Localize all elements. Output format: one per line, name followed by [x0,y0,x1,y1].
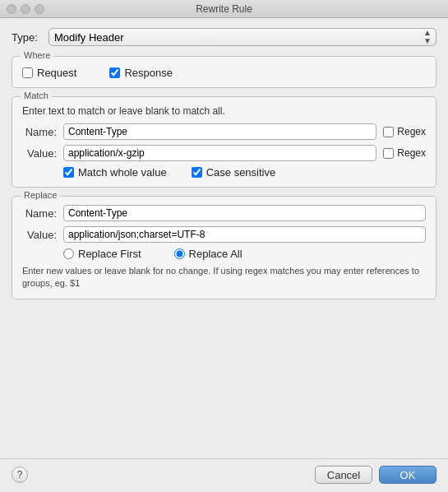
response-checkbox[interactable] [109,67,120,78]
close-button[interactable] [7,4,16,14]
title-bar: Rewrite Rule [0,0,448,18]
minimize-button[interactable] [21,4,30,14]
match-name-input[interactable] [63,123,376,140]
cancel-button[interactable]: Cancel [315,466,372,484]
replace-note: Enter new values or leave blank for no c… [22,265,426,290]
match-group-label: Match [21,91,52,100]
type-select-wrapper: Modify Header Modify Body Redirect ▲▼ [48,28,436,46]
response-label: Response [124,67,173,79]
replace-radio-row: Replace First Replace All [22,248,426,260]
match-whole-value-text: Match whole value [78,166,167,179]
case-sensitive-checkbox[interactable] [192,167,202,178]
match-value-regex: Regex [383,147,426,159]
match-whole-value-label[interactable]: Match whole value [63,166,167,179]
dialog-content: Type: Modify Header Modify Body Redirect… [0,18,448,458]
replace-first-text: Replace First [78,248,141,260]
replace-all-label[interactable]: Replace All [174,248,242,260]
type-select[interactable]: Modify Header Modify Body Redirect [48,28,436,46]
match-value-label: Value: [22,147,57,160]
help-button[interactable]: ? [12,466,28,483]
replace-group-label: Replace [21,190,60,200]
button-group: Cancel OK [315,466,436,484]
traffic-lights [7,4,44,14]
request-label: Request [37,67,76,79]
replace-group: Replace Name: Value: Replace First Repla… [12,196,436,299]
where-group: Where Request Response [12,56,436,88]
replace-name-row: Name: [22,205,426,221]
replace-name-label: Name: [22,207,57,220]
request-checkbox[interactable] [22,67,33,78]
match-instruction: Enter text to match or leave blank to ma… [22,105,426,117]
replace-value-row: Value: [22,226,426,243]
replace-all-radio[interactable] [174,248,185,259]
request-checkbox-label[interactable]: Request [22,67,76,79]
match-name-regex-checkbox[interactable] [383,127,394,137]
match-options-row: Match whole value Case sensitive [22,166,426,179]
replace-first-label[interactable]: Replace First [63,248,141,260]
match-value-regex-label: Regex [397,147,426,159]
match-name-regex-label: Regex [397,126,426,137]
type-row: Type: Modify Header Modify Body Redirect… [12,28,436,46]
case-sensitive-text: Case sensitive [206,166,276,179]
response-checkbox-label[interactable]: Response [109,67,173,79]
replace-value-label: Value: [22,229,57,241]
match-group: Match Enter text to match or leave blank… [12,96,436,188]
where-group-label: Where [21,50,53,60]
ok-button[interactable]: OK [379,466,436,484]
match-whole-value-checkbox[interactable] [63,167,74,178]
where-row: Request Response [22,67,426,79]
replace-first-radio[interactable] [63,248,74,259]
type-label: Type: [12,31,40,44]
match-value-row: Value: Regex [22,145,426,161]
zoom-button[interactable] [35,4,44,14]
replace-name-input[interactable] [63,205,426,221]
dialog-title: Rewrite Rule [196,3,252,15]
match-value-regex-checkbox[interactable] [383,148,394,159]
match-name-regex: Regex [383,126,426,137]
match-name-row: Name: Regex [22,123,426,140]
match-value-input[interactable] [63,145,376,161]
bottom-bar: ? Cancel OK [0,458,448,492]
replace-value-input[interactable] [63,226,426,243]
match-name-label: Name: [22,126,57,138]
case-sensitive-label[interactable]: Case sensitive [192,166,276,179]
replace-all-text: Replace All [189,248,242,260]
